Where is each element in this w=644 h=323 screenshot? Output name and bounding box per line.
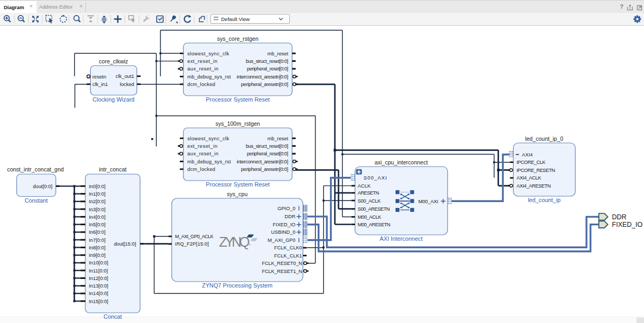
svg-text:FCLK_CLK1: FCLK_CLK1: [274, 253, 302, 259]
svg-text:core_clkwiz: core_clkwiz: [99, 58, 128, 64]
svg-text:peripheral_reset[0:0]: peripheral_reset[0:0]: [247, 151, 288, 156]
svg-text:FIXED_IO: FIXED_IO: [612, 221, 642, 228]
svg-text:FCLK_CLK0: FCLK_CLK0: [274, 245, 302, 250]
svg-text:In0[0:0]: In0[0:0]: [89, 184, 106, 189]
svg-text:In15[0:0]: In15[0:0]: [89, 299, 108, 304]
svg-text:clk_in1: clk_in1: [92, 82, 108, 87]
svg-text:Concat: Concat: [104, 313, 122, 320]
svg-text:ACLK: ACLK: [358, 183, 371, 189]
svg-text:M_AXI_GP0: M_AXI_GP0: [268, 238, 296, 243]
svg-text:AXI4: AXI4: [522, 152, 533, 157]
svg-text:aux_reset_in: aux_reset_in: [187, 66, 218, 71]
svg-text:ARESETN: ARESETN: [358, 190, 379, 196]
svg-text:mb_debug_sys_rst: mb_debug_sys_rst: [187, 159, 231, 164]
svg-text:S00_ARESETN: S00_ARESETN: [358, 206, 390, 212]
svg-text:const_intr_concat_gnd: const_intr_concat_gnd: [7, 166, 64, 173]
svg-text:peripheral_reset[0:0]: peripheral_reset[0:0]: [247, 66, 288, 71]
svg-text:bus_struct_reset[0:0]: bus_struct_reset[0:0]: [246, 59, 288, 64]
svg-text:axi_cpu_interconnect: axi_cpu_interconnect: [375, 159, 428, 166]
svg-text:peripheral_aresetn[0:0]: peripheral_aresetn[0:0]: [241, 82, 288, 87]
svg-text:In6[0:0]: In6[0:0]: [89, 229, 106, 235]
svg-text:Processor System Reset: Processor System Reset: [206, 181, 270, 188]
svg-text:FIXED_IO: FIXED_IO: [273, 222, 295, 227]
svg-text:In13[0:0]: In13[0:0]: [89, 283, 108, 289]
svg-text:IRQ_F2P[15:0]: IRQ_F2P[15:0]: [175, 241, 209, 247]
svg-text:FCLK_RESET1_N: FCLK_RESET1_N: [262, 269, 302, 274]
svg-text:slowest_sync_clk: slowest_sync_clk: [187, 136, 229, 141]
svg-text:sys_cpu: sys_cpu: [227, 191, 248, 197]
svg-text:aux_reset_in: aux_reset_in: [187, 151, 218, 156]
svg-text:IPCORE_RESETN: IPCORE_RESETN: [517, 168, 555, 173]
svg-text:mb_debug_sys_rst: mb_debug_sys_rst: [187, 74, 231, 80]
svg-text:GPIO_0: GPIO_0: [277, 206, 296, 211]
svg-text:USBIND_0: USBIND_0: [271, 229, 295, 235]
svg-text:bus_struct_reset[0:0]: bus_struct_reset[0:0]: [246, 143, 288, 149]
svg-text:Clocking Wizard: Clocking Wizard: [93, 96, 135, 103]
svg-text:locked: locked: [120, 82, 134, 87]
svg-text:intr_concat: intr_concat: [99, 166, 126, 173]
svg-text:peripheral_aresetn[0:0]: peripheral_aresetn[0:0]: [241, 167, 288, 172]
svg-text:IPCORE_CLK: IPCORE_CLK: [517, 160, 546, 165]
svg-text:dout[15:0]: dout[15:0]: [114, 241, 136, 247]
svg-text:In2[0:0]: In2[0:0]: [89, 199, 106, 204]
svg-text:sys_100m_rstgen: sys_100m_rstgen: [216, 120, 260, 127]
svg-text:Constant: Constant: [25, 197, 48, 204]
svg-text:In10[0:0]: In10[0:0]: [89, 260, 108, 265]
svg-text:ZYNQ: ZYNQ: [219, 234, 250, 249]
svg-text:dcm_locked: dcm_locked: [187, 167, 215, 172]
svg-text:slowest_sync_clk: slowest_sync_clk: [187, 51, 229, 56]
svg-text:S00_AXI: S00_AXI: [364, 175, 387, 181]
svg-text:clk_out1: clk_out1: [115, 74, 134, 79]
svg-text:ZYNQ7 Processing System: ZYNQ7 Processing System: [202, 282, 272, 289]
svg-text:AXI4_ARESETN: AXI4_ARESETN: [517, 183, 551, 189]
svg-text:In5[0:0]: In5[0:0]: [89, 222, 106, 227]
svg-text:In14[0:0]: In14[0:0]: [89, 291, 108, 296]
svg-text:In7[0:0]: In7[0:0]: [89, 238, 106, 243]
svg-text:ext_reset_in: ext_reset_in: [187, 59, 217, 64]
svg-text:ext_reset_in: ext_reset_in: [187, 143, 217, 149]
svg-text:In9[0:0]: In9[0:0]: [89, 253, 106, 258]
svg-text:mb_reset: mb_reset: [267, 51, 288, 56]
svg-text:S00_ACLK: S00_ACLK: [358, 198, 382, 204]
svg-text:interconnect_aresetn[0:0]: interconnect_aresetn[0:0]: [237, 74, 288, 80]
svg-text:M00_ARESETN: M00_ARESETN: [358, 222, 391, 227]
svg-text:interconnect_aresetn[0:0]: interconnect_aresetn[0:0]: [237, 159, 288, 164]
svg-text:FCLK_RESET0_N: FCLK_RESET0_N: [262, 261, 302, 266]
svg-text:mb_reset: mb_reset: [267, 136, 288, 141]
svg-text:dcm_locked: dcm_locked: [187, 82, 215, 87]
svg-text:M00_AXI: M00_AXI: [419, 199, 438, 204]
svg-text:led_count_ip_0: led_count_ip_0: [525, 135, 563, 142]
svg-text:M00_ACLK: M00_ACLK: [358, 214, 382, 220]
svg-text:In11[0:0]: In11[0:0]: [89, 268, 108, 274]
svg-text:Processor System Reset: Processor System Reset: [206, 96, 270, 103]
svg-text:In1[0:0]: In1[0:0]: [89, 191, 106, 197]
svg-text:sys_core_rstgen: sys_core_rstgen: [217, 35, 258, 42]
svg-text:DDR: DDR: [612, 213, 626, 221]
svg-text:led_count_ip: led_count_ip: [528, 197, 560, 203]
svg-text:DDR: DDR: [284, 214, 295, 219]
svg-text:In4[0:0]: In4[0:0]: [89, 214, 106, 220]
svg-text:AXI4_ACLK: AXI4_ACLK: [517, 175, 542, 181]
svg-text:resetn: resetn: [92, 74, 106, 80]
svg-text:AXI Interconnect: AXI Interconnect: [380, 235, 423, 242]
svg-text:M_AXI_GP0_ACLK: M_AXI_GP0_ACLK: [175, 234, 214, 239]
svg-text:In3[0:0]: In3[0:0]: [89, 207, 106, 212]
svg-text:dout[0:0]: dout[0:0]: [33, 184, 52, 189]
svg-text:In8[0:0]: In8[0:0]: [89, 245, 106, 250]
svg-text:In12[0:0]: In12[0:0]: [89, 276, 108, 281]
